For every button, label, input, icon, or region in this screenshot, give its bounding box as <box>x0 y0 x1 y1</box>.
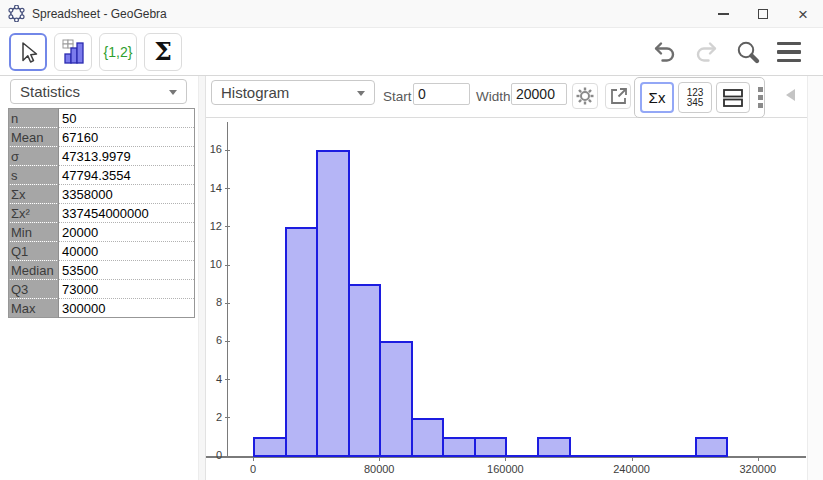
y-tick-label: 2 <box>206 411 222 423</box>
stat-value: 40000 <box>59 242 195 261</box>
y-axis-tick <box>225 188 230 189</box>
y-axis-tick <box>225 417 230 418</box>
list-tool-button[interactable]: {1,2} <box>99 33 137 71</box>
show-data-button[interactable]: 123 345 <box>678 82 712 113</box>
table-row: s47794.3554 <box>9 166 195 185</box>
histogram-bar <box>537 437 571 457</box>
table-row: Max300000 <box>9 299 195 318</box>
stat-label: Σx <box>9 185 59 204</box>
chart-header: Histogram Start Width <box>206 76 823 118</box>
histogram-bar <box>285 227 318 457</box>
y-axis <box>227 122 228 458</box>
table-row: σ47313.9979 <box>9 147 195 166</box>
histogram-bar <box>348 284 381 457</box>
y-tick-label: 0 <box>206 449 222 461</box>
x-tick-label: 240000 <box>597 463 667 475</box>
histogram-zero-bin <box>505 455 539 457</box>
close-icon: × <box>798 6 808 23</box>
histogram-zero-bin <box>663 455 697 457</box>
collapse-panel-arrow[interactable] <box>786 89 795 101</box>
search-button[interactable] <box>734 38 762 66</box>
y-tick-label: 10 <box>206 258 222 270</box>
y-tick-label: 4 <box>206 373 222 385</box>
table-row: Σx3358000 <box>9 185 195 204</box>
undo-icon <box>652 39 678 65</box>
stats-table: n50Mean67160σ47313.9979s47794.3554Σx3358… <box>8 108 195 318</box>
start-input[interactable] <box>413 83 470 105</box>
statistics-dropdown-value: Statistics <box>20 83 80 100</box>
chevron-down-icon <box>357 91 365 96</box>
width-label: Width <box>476 89 511 104</box>
numbers-icon: 123 345 <box>687 88 704 108</box>
more-options-button[interactable] <box>758 87 763 108</box>
stat-value: 300000 <box>59 299 195 318</box>
y-axis-tick <box>225 341 230 342</box>
title-bar: Spreadsheet - GeoGebra × <box>0 0 823 28</box>
stat-label: s <box>9 166 59 185</box>
menu-button[interactable] <box>777 42 801 63</box>
histogram-bar <box>695 437 728 457</box>
export-button[interactable] <box>605 83 631 109</box>
close-button[interactable]: × <box>783 0 823 28</box>
stat-value: 20000 <box>59 223 195 242</box>
histogram-zero-bin <box>600 455 634 457</box>
y-tick-label: 14 <box>206 182 222 194</box>
minimize-button[interactable] <box>703 0 743 28</box>
histogram-zero-bin <box>632 455 665 457</box>
y-axis-tick <box>225 379 230 380</box>
redo-icon <box>693 39 719 65</box>
table-row: Q140000 <box>9 242 195 261</box>
panel-scrollbar[interactable] <box>198 76 206 480</box>
stat-label: Max <box>9 299 59 318</box>
table-row: Min20000 <box>9 223 195 242</box>
y-axis-tick <box>225 150 230 151</box>
sum-tool-button[interactable]: Σ <box>144 33 182 71</box>
move-tool-button[interactable] <box>9 33 47 71</box>
width-input[interactable] <box>511 83 567 105</box>
stat-label: Min <box>9 223 59 242</box>
options-button[interactable] <box>572 83 598 109</box>
y-axis-tick <box>225 265 230 266</box>
y-tick-label: 6 <box>206 334 222 346</box>
stat-label: Median <box>9 261 59 280</box>
histogram-bar <box>253 437 287 457</box>
table-row: Median53500 <box>9 261 195 280</box>
stacked-panels-icon <box>722 87 744 109</box>
redo-button[interactable] <box>693 39 719 65</box>
stat-value: 337454000000 <box>59 204 195 223</box>
statistics-panel: Statistics n50Mean67160σ47313.9979s47794… <box>0 76 198 480</box>
table-row: Σx²337454000000 <box>9 204 195 223</box>
search-icon <box>734 38 762 66</box>
x-tick-label: 320000 <box>723 463 793 475</box>
x-tick-label: 80000 <box>344 463 414 475</box>
stat-label: Q1 <box>9 242 59 261</box>
cursor-arrow-icon <box>16 40 40 64</box>
stat-label: σ <box>9 147 59 166</box>
maximize-icon <box>758 9 768 19</box>
chart-area[interactable]: 0246810121416080000160000240000320000 <box>206 118 806 480</box>
plot-type-dropdown-value: Histogram <box>221 84 289 101</box>
sigma-x-label: Σx <box>649 89 666 106</box>
analysis-histogram-icon <box>60 38 87 65</box>
stat-label: Σx² <box>9 204 59 223</box>
stat-label: n <box>9 109 59 128</box>
maximize-button[interactable] <box>743 0 783 28</box>
x-tick-label: 160000 <box>470 463 540 475</box>
split-panel-button[interactable] <box>716 82 750 113</box>
y-axis-tick <box>225 303 230 304</box>
panel-scrollbar-right[interactable] <box>807 76 823 480</box>
stat-value: 53500 <box>59 261 195 280</box>
statistics-dropdown[interactable]: Statistics <box>10 79 187 104</box>
gear-icon <box>575 86 595 106</box>
one-variable-analysis-tool-button[interactable] <box>54 33 92 71</box>
show-statistics-button[interactable]: Σx <box>640 82 674 113</box>
plot-type-dropdown[interactable]: Histogram <box>211 80 375 105</box>
undo-button[interactable] <box>652 39 678 65</box>
stat-label: Q3 <box>9 280 59 299</box>
histogram-zero-bin <box>569 455 602 457</box>
histogram-bar <box>411 418 444 457</box>
histogram-bar <box>316 150 350 457</box>
table-row: n50 <box>9 109 195 128</box>
chevron-down-icon <box>169 90 177 95</box>
y-tick-label: 12 <box>206 220 222 232</box>
